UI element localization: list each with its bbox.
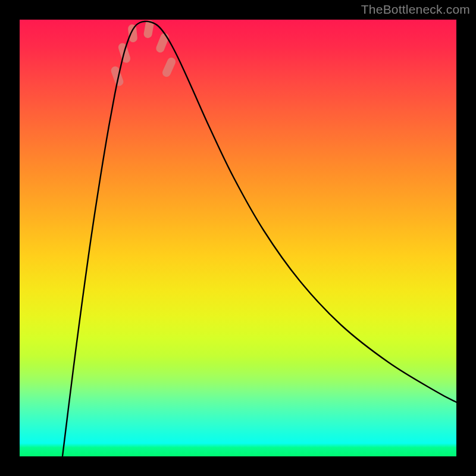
chart-svg [20,20,456,456]
main-curve [62,21,456,456]
curve-marker-5 [161,57,177,79]
chart-stage: TheBottleneck.com [0,0,476,476]
watermark-text: TheBottleneck.com [361,2,470,17]
plot-area [20,20,456,456]
marker-group [110,20,177,87]
curve-marker-2 [127,24,137,42]
curve-marker-4 [155,32,170,54]
